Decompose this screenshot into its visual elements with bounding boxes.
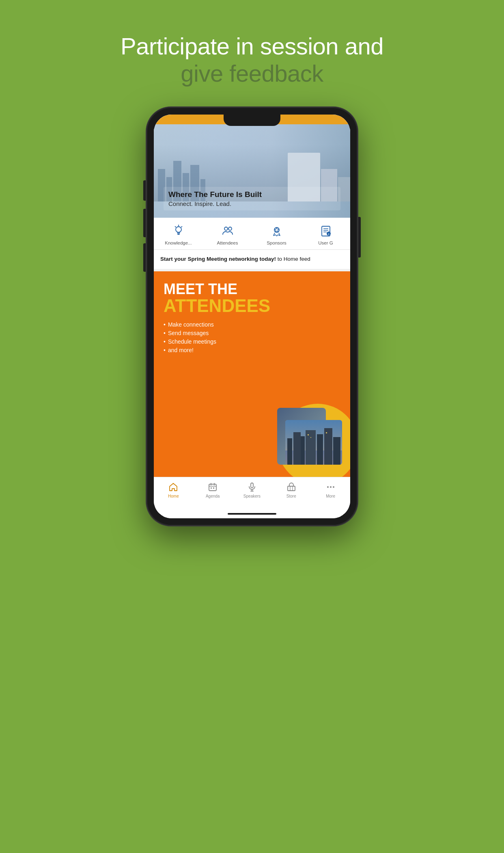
quick-action-knowledge[interactable]: Knowledge... <box>154 223 203 245</box>
home-nav-label: Home <box>168 494 179 498</box>
nav-item-agenda[interactable]: Agenda <box>193 481 233 498</box>
svg-rect-29 <box>211 487 212 489</box>
people-icon <box>220 223 235 238</box>
more-dots-icon <box>325 481 336 493</box>
phone-mockup: Where The Future Is Built Connect. Inspi… <box>146 107 358 526</box>
hero-title: Where The Future Is Built <box>168 190 336 199</box>
hero-background: Where The Future Is Built Connect. Inspi… <box>154 124 350 218</box>
knowledge-label: Knowledge... <box>165 240 192 245</box>
svg-rect-30 <box>213 487 214 489</box>
networking-normal: to Home feed <box>276 256 310 262</box>
bullet-dot-3: • <box>164 338 166 345</box>
svg-rect-18 <box>306 430 316 465</box>
svg-rect-25 <box>209 484 216 491</box>
svg-rect-17 <box>301 436 305 465</box>
page-header: Participate in session and give feedback <box>121 32 383 87</box>
userguide-label: User G <box>318 240 333 245</box>
book-icon: i <box>319 223 333 238</box>
hero-section: Where The Future Is Built Connect. Inspi… <box>154 124 350 218</box>
attendees-card: MEET THE ATTENDEES • Make connections • … <box>154 271 350 477</box>
hero-text-box: Where The Future Is Built Connect. Inspi… <box>164 187 340 210</box>
meet-the-label: MEET THE <box>164 281 340 297</box>
home-indicator <box>228 513 276 515</box>
svg-rect-23 <box>310 437 311 438</box>
svg-point-40 <box>333 486 334 488</box>
phone-frame: Where The Future Is Built Connect. Inspi… <box>146 107 358 526</box>
bullet-dot-1: • <box>164 321 166 328</box>
nav-item-speakers[interactable]: Speakers <box>233 481 272 498</box>
bullet-3: • Schedule meetings <box>164 338 340 345</box>
networking-bold: Start your Spring Meeting networking tod… <box>160 256 276 262</box>
more-nav-label: More <box>326 494 335 498</box>
phone-button-volume-up <box>143 209 146 237</box>
svg-rect-22 <box>308 434 309 435</box>
agenda-nav-label: Agenda <box>206 494 220 498</box>
svg-point-0 <box>176 227 181 232</box>
bottom-nav: Home <box>154 477 350 509</box>
lightbulb-icon <box>171 223 186 238</box>
networking-text: Start your Spring Meeting networking tod… <box>160 255 344 263</box>
bullet-4: • and more! <box>164 347 340 353</box>
quick-action-userguide[interactable]: i User G <box>301 223 350 245</box>
phone-button-mute <box>143 180 146 201</box>
svg-rect-21 <box>333 437 340 465</box>
svg-rect-15 <box>287 438 292 465</box>
quick-action-attendees[interactable]: Attendees <box>203 223 252 245</box>
nav-item-home[interactable]: Home <box>154 481 193 498</box>
quick-actions-row: Knowledge... A <box>154 218 350 250</box>
phone-button-volume-down <box>143 243 146 272</box>
home-indicator-bar <box>154 509 350 518</box>
bullet-1: • Make connections <box>164 321 340 328</box>
header-line1: Participate in session and <box>121 32 383 60</box>
speakers-nav-label: Speakers <box>243 494 261 498</box>
badge-icon <box>269 223 284 238</box>
svg-rect-34 <box>288 486 295 491</box>
svg-rect-16 <box>293 432 301 465</box>
hero-subtitle: Connect. Inspire. Lead. <box>168 200 336 207</box>
svg-point-39 <box>330 486 332 488</box>
nav-item-store[interactable]: Store <box>271 481 311 498</box>
calendar-icon <box>207 481 218 493</box>
app-content: Where The Future Is Built Connect. Inspi… <box>154 115 350 518</box>
bullet-dot-4: • <box>164 347 166 353</box>
city-skyline <box>285 420 342 465</box>
store-nav-label: Store <box>286 494 296 498</box>
svg-rect-31 <box>251 483 253 488</box>
svg-rect-19 <box>317 434 323 465</box>
svg-point-4 <box>224 227 228 230</box>
attendees-word-label: ATTENDEES <box>164 297 340 315</box>
svg-point-5 <box>228 227 232 230</box>
header-line2: give feedback <box>121 60 383 87</box>
sponsors-label: Sponsors <box>267 240 286 245</box>
quick-action-sponsors[interactable]: Sponsors <box>252 223 301 245</box>
phone-button-power <box>358 217 361 258</box>
networking-banner: Start your Spring Meeting networking tod… <box>154 250 350 271</box>
bullet-dot-2: • <box>164 330 166 336</box>
store-icon <box>286 481 297 493</box>
home-icon <box>168 481 179 493</box>
phone-screen: Where The Future Is Built Connect. Inspi… <box>154 115 350 518</box>
microphone-icon <box>246 481 258 493</box>
svg-point-38 <box>327 486 329 488</box>
svg-text:i: i <box>328 232 329 236</box>
svg-rect-24 <box>326 432 327 433</box>
city-image <box>285 420 342 465</box>
svg-line-3 <box>175 227 175 227</box>
svg-rect-20 <box>324 428 332 465</box>
phone-notch <box>224 115 280 126</box>
svg-line-2 <box>181 227 182 227</box>
nav-item-more[interactable]: More <box>311 481 350 498</box>
bullet-2: • Send messages <box>164 330 340 336</box>
attendees-bullets: • Make connections • Send messages • Sch… <box>164 321 340 353</box>
attendees-label: Attendees <box>217 240 238 245</box>
